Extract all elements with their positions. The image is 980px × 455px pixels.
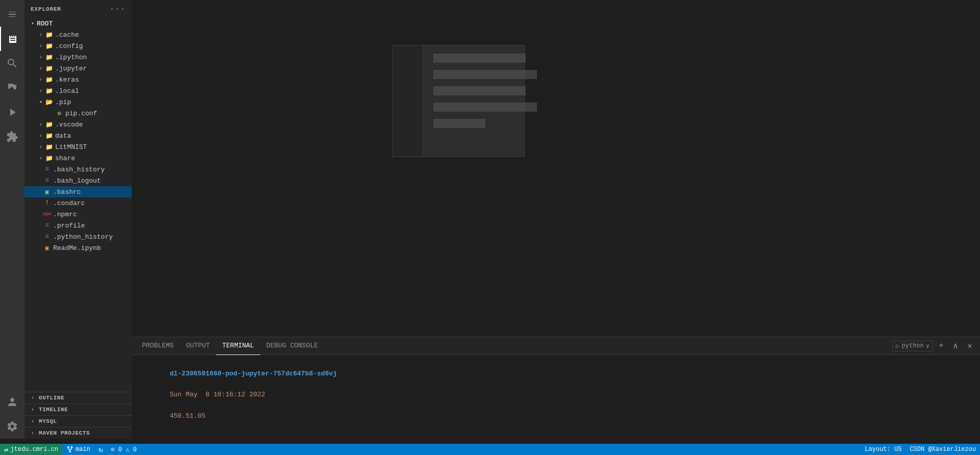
status-bar-right: Layout: US CSDN @XavierJiezou	[861, 444, 980, 455]
folder-icon: 📁	[45, 132, 53, 140]
tree-item-config[interactable]: › 📁 .config	[24, 40, 132, 52]
account-icon	[6, 396, 18, 408]
mysql-section: › MYSQL	[24, 415, 132, 427]
notebook-preview	[392, 45, 525, 157]
terminal-space2	[169, 401, 178, 409]
maven-header[interactable]: › MAVEN PROJECTS	[24, 427, 132, 439]
cache-arrow: ›	[37, 31, 45, 39]
tree-item-litmnist[interactable]: › 📁 LitMNIST	[24, 141, 132, 153]
status-errors[interactable]: ⊘ 0 ⚠ 0	[107, 444, 140, 455]
settings-button[interactable]	[0, 414, 24, 439]
mysql-label: MYSQL	[39, 418, 57, 424]
preview-block-5	[433, 119, 485, 128]
txt-file-icon: ≡	[43, 176, 51, 185]
run-icon	[6, 106, 18, 118]
terminal-ip: 450.51.05	[169, 412, 205, 420]
tree-item-vscode[interactable]: › 📁 .vscode	[24, 119, 132, 130]
folder-icon: 📁	[45, 75, 53, 84]
tab-output[interactable]: OUTPUT	[180, 337, 216, 355]
local-label: .local	[55, 87, 79, 95]
tree-item-bash-history[interactable]: ≡ .bash_history	[24, 164, 132, 175]
add-terminal-button[interactable]: +	[935, 340, 947, 352]
share-arrow: ›	[37, 154, 45, 162]
tab-debug-console[interactable]: DEBUG CONSOLE	[260, 337, 324, 355]
maven-section: › MAVEN PROJECTS	[24, 427, 132, 439]
gear-file-icon: ⚙	[55, 109, 63, 117]
mysql-header[interactable]: › MYSQL	[24, 416, 132, 427]
vscode-label: .vscode	[55, 121, 83, 129]
tab-terminal[interactable]: TERMINAL	[216, 337, 260, 355]
tree-item-python-history[interactable]: ≡ .python_history	[24, 231, 132, 242]
folder-icon: 📁	[45, 31, 53, 39]
menu-button[interactable]	[0, 2, 24, 27]
tree-item-cache[interactable]: › 📁 .cache	[24, 29, 132, 40]
jupyter-arrow: ›	[37, 64, 45, 72]
extensions-button[interactable]	[0, 124, 24, 149]
csdn-label: CSDN @XavierJiezou	[910, 446, 976, 453]
local-arrow: ›	[37, 87, 45, 95]
tree-item-bashrc[interactable]: ▣ .bashrc	[24, 186, 132, 197]
status-csdn[interactable]: CSDN @XavierJiezou	[905, 444, 980, 455]
maximize-panel-button[interactable]: ∧	[949, 340, 962, 352]
preview-block-1	[433, 54, 526, 63]
outline-section: › OUTLINE	[24, 392, 132, 403]
search-button[interactable]	[0, 51, 24, 75]
folder-icon: 📁	[45, 87, 53, 95]
pip-conf-label: pip.conf	[65, 110, 97, 117]
account-button[interactable]	[0, 390, 24, 414]
status-layout[interactable]: Layout: US	[861, 444, 905, 455]
profile-file-icon: ≡	[43, 221, 51, 230]
status-branch[interactable]: main	[62, 444, 94, 455]
remote-label: jtedu.cmri.cn	[10, 446, 58, 453]
tree-item-ipython[interactable]: › 📁 .ipython	[24, 52, 132, 63]
notebook-file-icon: ▣	[43, 244, 51, 252]
status-sync[interactable]: ↻	[94, 444, 107, 455]
remote-icon: ⇌	[4, 445, 8, 454]
tree-item-npmrc[interactable]: npm .npmrc	[24, 209, 132, 220]
tree-item-pip[interactable]: ▾ 📂 .pip	[24, 96, 132, 108]
activity-bar	[0, 0, 24, 439]
terminal-line-2: [0] Tesla V100S-PCIE-32GB | 31°C , 0 % |…	[138, 433, 974, 439]
ipython-arrow: ›	[37, 53, 45, 61]
run-button[interactable]	[0, 100, 24, 124]
tree-item-share[interactable]: › 📁 share	[24, 153, 132, 164]
tree-item-condarc[interactable]: ! .condarc	[24, 197, 132, 209]
main-area: PROBLEMS OUTPUT TERMINAL DEBUG CONSOLE ▷…	[132, 0, 980, 439]
tree-item-bash-logout[interactable]: ≡ .bash_logout	[24, 175, 132, 186]
tree-item-data[interactable]: › 📁 data	[24, 130, 132, 141]
source-control-button[interactable]	[0, 75, 24, 100]
jupyter-label: .jupyter	[55, 65, 87, 72]
preview-left-bar	[393, 45, 423, 157]
tree-root[interactable]: ▾ ROOT	[24, 18, 132, 29]
branch-label: main	[76, 446, 90, 453]
share-label: share	[55, 155, 75, 162]
preview-block-2	[433, 70, 537, 79]
close-panel-button[interactable]: ✕	[964, 340, 976, 352]
preview-block-3	[433, 86, 526, 95]
terminal-content[interactable]: dl-2306591660-pod-jupyter-757dc647b8-sd6…	[132, 355, 980, 439]
terminal-label[interactable]: ▷ python ∨	[892, 341, 933, 351]
explorer-button[interactable]	[0, 27, 24, 51]
file-tree: ▾ ROOT › 📁 .cache › 📁 .config › 📁 .ipyth…	[24, 18, 132, 392]
sidebar-more-button[interactable]: ···	[110, 5, 126, 14]
tree-item-local[interactable]: › 📁 .local	[24, 85, 132, 96]
tree-item-jupyter[interactable]: › 📁 .jupyter	[24, 63, 132, 74]
keras-label: .keras	[55, 76, 79, 84]
outline-header[interactable]: › OUTLINE	[24, 392, 132, 403]
tree-item-readme-ipynb[interactable]: ▣ ReadMe.ipynb	[24, 242, 132, 254]
tree-item-profile[interactable]: ≡ .profile	[24, 220, 132, 231]
tree-item-keras[interactable]: › 📁 .keras	[24, 74, 132, 85]
timeline-header[interactable]: › TIMELINE	[24, 404, 132, 415]
txt-file-icon: ≡	[43, 165, 51, 173]
tab-problems[interactable]: PROBLEMS	[136, 337, 180, 355]
config-arrow: ›	[37, 42, 45, 50]
npmrc-label: .npmrc	[53, 211, 77, 218]
files-icon	[7, 33, 19, 45]
outline-label: OUTLINE	[39, 395, 64, 401]
status-remote[interactable]: ⇌ jtedu.cmri.cn	[0, 444, 62, 455]
status-bar-left: ⇌ jtedu.cmri.cn main ↻ ⊘ 0 ⚠ 0	[0, 444, 141, 455]
settings-icon	[6, 420, 18, 433]
tree-item-pip-conf[interactable]: › ⚙ pip.conf	[24, 108, 132, 119]
python-history-file-icon: ≡	[43, 233, 51, 241]
sidebar-header: EXPLORER ···	[24, 0, 132, 18]
